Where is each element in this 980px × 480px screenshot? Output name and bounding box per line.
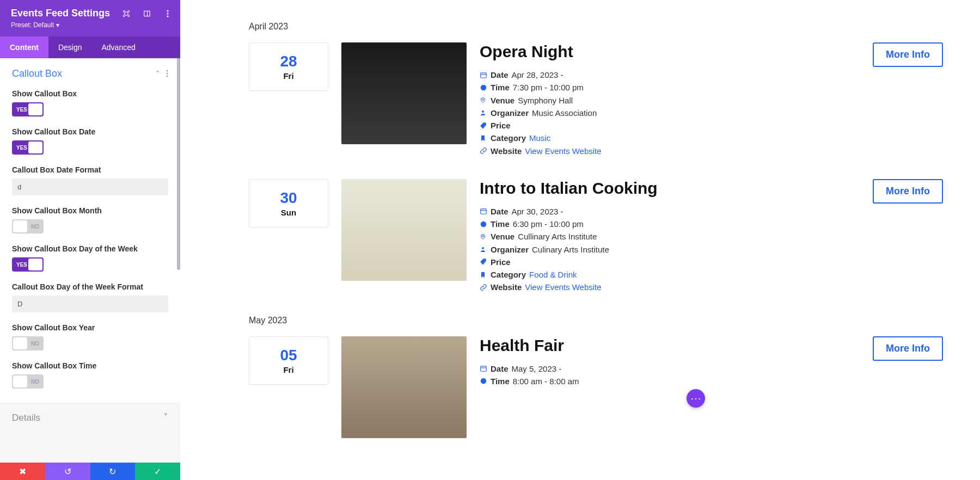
event-row: 05 Fri Health Fair Date May 5, 2023 - Ti… <box>217 336 943 438</box>
callout-box: 30 Sun <box>249 179 328 227</box>
svg-point-8 <box>166 75 168 77</box>
target-icon[interactable] <box>122 10 130 17</box>
svg-point-17 <box>482 236 484 237</box>
event-meta: Date Apr 30, 2023 - Time 6:30 pm - 10:00… <box>480 205 860 294</box>
setting-show_date: Show Callout Box DateYES <box>12 127 168 155</box>
input-date_format[interactable] <box>12 179 168 195</box>
setting-label: Callout Box Date Format <box>12 165 168 174</box>
calendar-icon <box>480 365 487 372</box>
event-body: Intro to Italian Cooking Date Apr 30, 20… <box>480 179 860 294</box>
svg-point-18 <box>482 247 484 249</box>
clock-icon <box>480 84 487 91</box>
calendar-icon <box>480 71 487 79</box>
callout-day: 28 <box>249 53 328 70</box>
toggle-show_callout[interactable]: YES <box>12 102 44 116</box>
pin-icon <box>480 96 487 104</box>
tag-icon <box>480 258 487 266</box>
more-info-button[interactable]: More Info <box>873 336 943 361</box>
svg-point-3 <box>167 10 168 11</box>
category-link[interactable]: Food & Drink <box>529 268 577 281</box>
toggle-show_date[interactable]: YES <box>12 140 44 155</box>
month-header: May 2023 <box>217 316 943 325</box>
tab-content[interactable]: Content <box>0 36 48 58</box>
floating-more-icon[interactable]: ⋯ <box>687 389 705 408</box>
svg-rect-19 <box>481 366 487 371</box>
svg-point-12 <box>482 99 484 101</box>
tab-advanced[interactable]: Advanced <box>91 36 145 58</box>
toggle-label: YES <box>16 262 27 268</box>
sidebar-header: Events Feed Settings Preset: Default ▾ <box>0 0 180 36</box>
event-thumbnail[interactable] <box>341 42 467 144</box>
callout-dow: Sun <box>249 208 328 217</box>
toggle-label: NO <box>31 341 39 347</box>
toggle-show_year[interactable]: NO <box>12 336 44 350</box>
more-info-button[interactable]: More Info <box>873 179 943 204</box>
more-info-button[interactable]: More Info <box>873 42 943 67</box>
event-row: 28 Fri Opera Night Date Apr 28, 2023 - T… <box>217 42 943 157</box>
event-thumbnail[interactable] <box>341 336 467 438</box>
event-meta: Date May 5, 2023 - Time 8:00 am - 8:00 a… <box>480 362 860 388</box>
event-row: 30 Sun Intro to Italian Cooking Date Apr… <box>217 179 943 294</box>
tab-design[interactable]: Design <box>48 36 92 58</box>
event-thumbnail[interactable] <box>341 179 467 281</box>
settings-tabs: Content Design Advanced <box>0 36 180 58</box>
setting-show_year: Show Callout Box YearNO <box>12 323 168 350</box>
event-meta: Date Apr 28, 2023 - Time 7:30 pm - 10:00… <box>480 69 860 157</box>
month-header: April 2023 <box>217 22 943 32</box>
link-icon <box>480 147 487 155</box>
toggle-show_time[interactable]: NO <box>12 374 44 389</box>
toggle-knob <box>13 220 27 232</box>
panel-toggle-icon[interactable] <box>143 10 151 17</box>
toggle-show_month[interactable]: NO <box>12 219 44 233</box>
cancel-button[interactable]: ✖ <box>0 463 45 480</box>
svg-point-16 <box>481 221 487 227</box>
callout-box: 05 Fri <box>249 336 328 385</box>
more-icon[interactable] <box>164 10 171 17</box>
chevron-down-icon: ˅ <box>163 412 168 423</box>
setting-show_dow: Show Callout Box Day of the WeekYES <box>12 244 168 272</box>
event-title[interactable]: Intro to Italian Cooking <box>480 179 860 198</box>
setting-label: Show Callout Box Year <box>12 323 168 332</box>
chevron-up-icon[interactable]: ˄ <box>156 70 160 78</box>
section-title-text: Callout Box <box>12 68 62 79</box>
callout-day: 05 <box>249 347 328 364</box>
section-details-label: Details <box>12 413 40 423</box>
undo-button[interactable]: ↺ <box>45 463 90 480</box>
redo-button[interactable]: ↻ <box>90 463 136 480</box>
setting-label: Show Callout Box Date <box>12 127 168 136</box>
toggle-knob <box>28 103 42 115</box>
setting-label: Show Callout Box Day of the Week <box>12 244 168 253</box>
section-more-icon[interactable] <box>166 70 168 78</box>
calendar-icon <box>480 207 487 215</box>
website-link[interactable]: View Events Website <box>525 281 601 293</box>
input-dow_format[interactable] <box>12 296 168 312</box>
header-icons <box>122 10 171 17</box>
section-title[interactable]: Callout Box ˄ <box>12 68 168 79</box>
setting-show_month: Show Callout Box MonthNO <box>12 206 168 233</box>
event-title[interactable]: Opera Night <box>480 42 860 61</box>
svg-point-4 <box>167 13 168 14</box>
preset-selector[interactable]: Preset: Default ▾ <box>11 21 169 29</box>
setting-label: Callout Box Day of the Week Format <box>12 282 168 291</box>
link-icon <box>480 284 487 291</box>
chevron-down-icon: ▾ <box>56 21 59 29</box>
website-link[interactable]: View Events Website <box>525 145 601 157</box>
tag-icon <box>480 122 487 130</box>
setting-label: Show Callout Box <box>12 89 168 98</box>
save-button[interactable]: ✓ <box>135 463 180 480</box>
event-title[interactable]: Health Fair <box>480 336 860 355</box>
svg-point-7 <box>166 72 168 74</box>
toggle-label: NO <box>31 224 39 230</box>
toggle-knob <box>13 337 27 349</box>
preview-pane: April 2023 28 Fri Opera Night Date Apr 2… <box>180 0 980 480</box>
setting-label: Show Callout Box Month <box>12 206 168 215</box>
setting-show_callout: Show Callout BoxYES <box>12 89 168 116</box>
category-link[interactable]: Music <box>529 132 550 144</box>
setting-dow_format: Callout Box Day of the Week Format <box>12 282 168 312</box>
callout-dow: Fri <box>249 365 328 374</box>
bookmark-icon <box>480 271 487 279</box>
toggle-show_dow[interactable]: YES <box>12 257 44 272</box>
bottom-action-bar: ✖ ↺ ↻ ✓ <box>0 463 180 480</box>
toggle-label: YES <box>16 107 27 113</box>
section-details[interactable]: Details ˅ <box>0 403 180 432</box>
